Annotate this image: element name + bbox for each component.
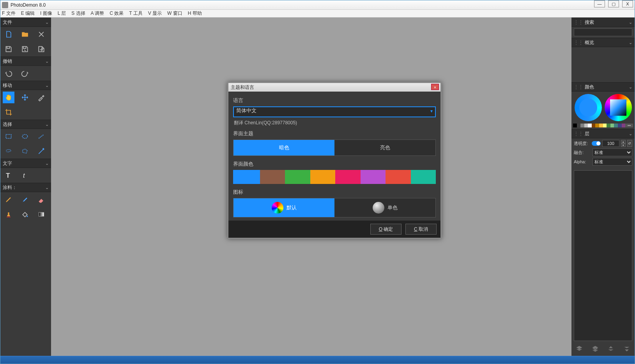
accent-swatch-0[interactable] <box>233 170 260 184</box>
theme-dark-option[interactable]: 暗色 <box>233 140 334 155</box>
ellipse-select-tool[interactable] <box>19 131 31 142</box>
palette-swatch[interactable] <box>603 124 607 127</box>
chevron-down-icon: ⌄ <box>629 40 632 45</box>
palette-swatch[interactable] <box>610 124 614 127</box>
palette-swatch[interactable] <box>584 124 588 127</box>
palette-swatch[interactable] <box>573 124 577 127</box>
hand-tool[interactable] <box>3 92 14 103</box>
line-select-tool[interactable] <box>35 131 47 142</box>
minimize-button[interactable]: — <box>594 0 605 7</box>
palette-swatch[interactable] <box>588 124 592 127</box>
accent-swatch-3[interactable] <box>310 170 336 184</box>
palette-swatch[interactable] <box>618 124 622 127</box>
color-header[interactable]: ⋮⋮颜色⌄ <box>571 82 635 92</box>
accent-swatch-6[interactable] <box>386 170 411 184</box>
save-button[interactable] <box>3 43 14 55</box>
search-header[interactable]: ⋮⋮搜索⌄ <box>571 18 635 27</box>
dialog-close-button[interactable]: × <box>431 84 439 90</box>
export-button[interactable] <box>35 43 47 55</box>
layer-add-icon[interactable] <box>575 344 584 353</box>
section-select-header[interactable]: 选择⌄ <box>0 120 51 129</box>
close-file-button[interactable] <box>35 28 47 40</box>
move-tool[interactable] <box>19 92 31 103</box>
section-file-header[interactable]: 文件⌄ <box>0 18 51 27</box>
opacity-input[interactable] <box>602 140 619 147</box>
accent-swatch-1[interactable] <box>260 170 285 184</box>
palette-swatch[interactable] <box>595 124 599 127</box>
fill-tool[interactable] <box>19 209 31 220</box>
menu-adjust[interactable]: A 调整 <box>91 10 104 17</box>
maximize-button[interactable]: ▢ <box>608 0 619 7</box>
canvas-area[interactable]: 主题和语言 × 语言 简体中文 翻译 ChenLin(QQ:289778005)… <box>51 18 571 356</box>
palette-swatch[interactable] <box>592 124 596 127</box>
language-select[interactable]: 简体中文 <box>233 106 436 117</box>
rect-select-tool[interactable] <box>3 131 14 142</box>
menu-window[interactable]: W 窗口 <box>167 10 182 17</box>
palette-swatch[interactable] <box>607 124 610 127</box>
eraser-tool[interactable] <box>35 194 47 205</box>
new-file-button[interactable] <box>3 28 14 40</box>
menu-tool[interactable]: T 工具 <box>129 10 142 17</box>
section-text-header[interactable]: 文字⌄ <box>0 159 51 168</box>
pencil-tool[interactable] <box>3 194 14 205</box>
menu-view[interactable]: V 显示 <box>148 10 162 17</box>
section-paint-header[interactable]: 涂料：⌄ <box>0 183 51 192</box>
text-tool[interactable]: T <box>3 170 14 181</box>
icon-mono-option[interactable]: 单色 <box>334 198 435 217</box>
gradient-tool[interactable] <box>35 209 47 220</box>
accent-swatch-4[interactable] <box>335 170 361 184</box>
poly-lasso-tool[interactable] <box>19 145 31 157</box>
close-button[interactable]: X <box>622 0 633 7</box>
redo-button[interactable] <box>19 67 31 79</box>
color-wheel-right[interactable] <box>605 94 632 121</box>
palette-swatch[interactable] <box>614 124 618 127</box>
ok-button[interactable]: O 确定 <box>370 224 402 235</box>
lasso-tool[interactable] <box>3 145 14 157</box>
palette-swatch[interactable] <box>599 124 603 127</box>
section-move-header[interactable]: 移动⌄ <box>0 81 51 90</box>
eyedropper-tool[interactable] <box>35 92 47 103</box>
alpha-select[interactable]: 标准 <box>593 158 632 166</box>
theme-light-option[interactable]: 亮色 <box>334 140 435 155</box>
layer-header[interactable]: ⋮⋮层⌄ <box>571 129 635 138</box>
opacity-reset[interactable]: ↺ <box>627 140 632 147</box>
opacity-toggle[interactable] <box>592 141 601 146</box>
opacity-up[interactable]: ▴ <box>621 140 626 143</box>
section-undo-header[interactable]: 撤销⌄ <box>0 57 51 66</box>
palette-more-button[interactable]: ••• <box>625 124 633 127</box>
palette-swatch[interactable] <box>622 124 626 127</box>
menu-image[interactable]: I 图像 <box>40 10 52 17</box>
layer-down-icon[interactable] <box>622 344 631 353</box>
layer-duplicate-icon[interactable] <box>591 344 600 353</box>
menu-layer[interactable]: L 层 <box>58 10 66 17</box>
open-file-button[interactable] <box>19 28 31 40</box>
icon-default-option[interactable]: 默认 <box>233 198 334 217</box>
menu-select[interactable]: S 选择 <box>71 10 85 17</box>
palette-swatch[interactable] <box>580 124 584 127</box>
blend-select[interactable]: 标准 <box>593 148 632 156</box>
color-wheel-left[interactable] <box>575 94 602 121</box>
palette-row: ••• <box>571 124 635 129</box>
accent-swatch-7[interactable] <box>411 170 436 184</box>
menu-help[interactable]: H 帮助 <box>188 10 202 17</box>
layer-list[interactable] <box>574 170 632 341</box>
opacity-down[interactable]: ▾ <box>621 143 626 147</box>
accent-swatch-5[interactable] <box>361 170 386 184</box>
overview-header[interactable]: ⋮⋮概览⌄ <box>571 38 635 47</box>
menu-edit[interactable]: E 编辑 <box>21 10 35 17</box>
magic-wand-tool[interactable] <box>35 145 47 157</box>
menu-effect[interactable]: C 效果 <box>110 10 124 17</box>
search-input[interactable] <box>574 28 632 36</box>
undo-button[interactable] <box>3 67 14 79</box>
layer-up-icon[interactable] <box>606 344 616 353</box>
save-as-button[interactable] <box>19 43 31 55</box>
crop-tool[interactable] <box>3 106 14 118</box>
menu-file[interactable]: F 文件 <box>2 10 16 17</box>
text-italic-tool[interactable]: t <box>19 170 31 181</box>
accent-swatch-2[interactable] <box>285 170 310 184</box>
dialog-titlebar[interactable]: 主题和语言 × <box>228 83 440 92</box>
palette-swatch[interactable] <box>577 124 581 127</box>
stamp-tool[interactable] <box>3 209 14 220</box>
brush-tool[interactable] <box>19 194 31 205</box>
cancel-button[interactable]: C 取消 <box>405 224 437 235</box>
